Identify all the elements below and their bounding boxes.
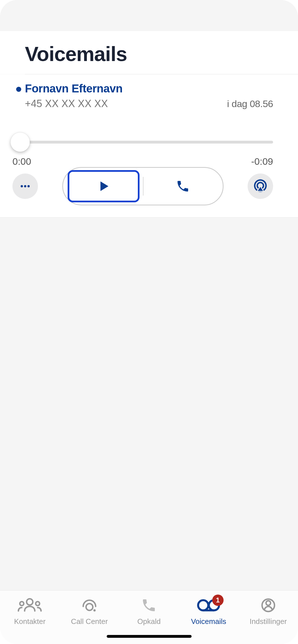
callback-button[interactable] [143, 168, 223, 205]
phone-icon [176, 179, 190, 193]
caller-number: +45 XX XX XX XX [25, 98, 108, 110]
svg-point-9 [93, 609, 96, 612]
playback-slider[interactable] [12, 141, 273, 144]
voicemail-header: Fornavn Efternavn +45 XX XX XX XX i dag … [12, 82, 273, 110]
svg-point-0 [21, 185, 23, 187]
voicemail-meta-row: +45 XX XX XX XX i dag 08.56 [25, 98, 273, 110]
tab-calls-label: Opkald [137, 617, 160, 626]
voicemail-timestamp: i dag 08.56 [227, 98, 273, 109]
audio-output-button[interactable] [248, 174, 273, 199]
voicemail-player: 0:00 -0:09 [12, 141, 273, 205]
callcenter-icon [80, 596, 98, 614]
play-call-pill [62, 167, 224, 205]
playback-thumb[interactable] [10, 133, 30, 152]
svg-point-8 [86, 604, 93, 610]
home-indicator[interactable] [107, 635, 192, 638]
voicemail-item[interactable]: Fornavn Efternavn +45 XX XX XX XX i dag … [0, 74, 298, 217]
pill-divider [143, 177, 143, 196]
more-icon [19, 180, 31, 192]
device-frame: Voicemails Fornavn Efternavn +45 XX XX X… [0, 0, 298, 644]
tab-contacts-label: Kontakter [14, 617, 46, 626]
contacts-icon [16, 596, 43, 614]
settings-icon [260, 596, 276, 614]
unread-dot-icon [16, 87, 21, 92]
svg-point-2 [27, 185, 30, 187]
empty-area [0, 217, 298, 590]
airplay-icon [253, 179, 268, 194]
voicemails-badge: 1 [212, 595, 224, 606]
svg-point-5 [27, 599, 33, 605]
tab-callcenter-label: Call Center [71, 617, 108, 626]
play-button[interactable] [68, 170, 140, 202]
svg-point-10 [198, 600, 208, 610]
tab-voicemails-label: Voicemails [191, 617, 226, 626]
more-button[interactable] [12, 174, 38, 199]
tab-contacts[interactable]: Kontakter [0, 596, 60, 644]
caller-name: Fornavn Efternavn [25, 82, 273, 95]
calls-icon [141, 596, 157, 614]
elapsed-time: 0:00 [12, 156, 31, 167]
remaining-time: -0:09 [251, 156, 273, 167]
svg-point-14 [266, 601, 271, 605]
player-controls [12, 167, 273, 205]
content-area: Voicemails Fornavn Efternavn +45 XX XX X… [0, 31, 298, 590]
voicemail-text-block: Fornavn Efternavn +45 XX XX XX XX i dag … [25, 82, 273, 110]
tab-settings-label: Indstillinger [250, 617, 287, 626]
tab-settings[interactable]: Indstillinger [238, 596, 298, 644]
playback-times: 0:00 -0:09 [12, 156, 273, 167]
svg-point-7 [36, 602, 40, 606]
play-icon [96, 179, 111, 194]
svg-point-1 [24, 185, 26, 187]
status-bar [0, 0, 298, 31]
page-title: Voicemails [0, 31, 298, 74]
svg-point-6 [20, 602, 24, 606]
unread-indicator-column [12, 82, 25, 92]
